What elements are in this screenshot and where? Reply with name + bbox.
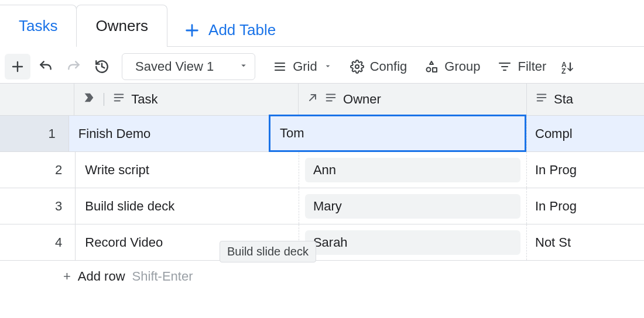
redo-button <box>61 54 87 80</box>
undo-button[interactable] <box>33 54 59 80</box>
cell-task[interactable]: Write script <box>76 152 299 188</box>
text-column-icon <box>324 91 337 108</box>
svg-point-9 <box>355 65 359 68</box>
row-number: 3 <box>0 188 76 224</box>
cell-task[interactable]: Record Video <box>76 224 299 260</box>
column-owner-label: Owner <box>343 92 381 107</box>
column-task-label: Task <box>131 92 157 107</box>
owner-pill: Sarah <box>305 230 520 255</box>
column-header-status[interactable]: Sta <box>527 84 644 115</box>
column-status-label: Sta <box>554 92 573 107</box>
tab-tasks[interactable]: Tasks <box>0 5 77 47</box>
sort-button[interactable]: AZ <box>560 60 574 74</box>
group-label: Group <box>444 59 480 74</box>
key-column-icon <box>83 91 95 108</box>
history-button[interactable] <box>89 54 115 80</box>
cell-status[interactable]: In Prog <box>527 188 644 224</box>
cell-owner[interactable]: Sarah <box>299 224 527 260</box>
filter-label: Filter <box>518 59 546 74</box>
add-table-button[interactable]: Add Table <box>184 21 276 39</box>
svg-rect-12 <box>433 68 437 72</box>
saved-view-dropdown[interactable]: Saved View 1 <box>122 53 255 80</box>
svg-point-11 <box>427 68 431 72</box>
row-number: 1 <box>0 116 69 151</box>
table-row[interactable]: 3 Build slide deck Mary In Prog <box>0 188 644 224</box>
svg-text:Z: Z <box>561 67 566 74</box>
svg-marker-10 <box>430 61 433 64</box>
gear-icon <box>350 60 364 74</box>
chevron-down-icon <box>323 59 333 74</box>
table-row[interactable]: 2 Write script Ann In Prog <box>0 152 644 188</box>
list-icon <box>273 60 287 74</box>
tab-owners[interactable]: Owners <box>76 5 167 47</box>
cell-owner[interactable]: Tom <box>269 116 527 151</box>
row-number: 4 <box>0 224 76 260</box>
row-number-header <box>0 84 74 115</box>
add-table-label: Add Table <box>208 21 276 39</box>
cell-owner[interactable]: Mary <box>299 188 527 224</box>
cell-task[interactable]: Finish Demo <box>69 116 269 151</box>
divider <box>104 93 104 106</box>
config-label: Config <box>370 59 407 74</box>
chevron-down-icon <box>238 59 249 74</box>
lookup-icon <box>307 92 318 107</box>
add-record-button[interactable] <box>5 54 30 80</box>
cell-owner[interactable]: Ann <box>299 152 527 188</box>
svg-line-21 <box>310 95 316 101</box>
filter-button[interactable]: Filter <box>498 59 546 74</box>
grid-label: Grid <box>293 59 317 74</box>
cell-status[interactable]: Compl <box>527 116 644 151</box>
cell-owner-value: Tom <box>280 126 304 141</box>
plus-icon: + <box>63 269 71 284</box>
plus-icon <box>184 22 200 39</box>
group-icon <box>424 60 439 74</box>
filter-icon <box>498 60 512 74</box>
table-row[interactable]: 1 Finish Demo Tom Compl <box>0 116 644 152</box>
add-row-label: Add row <box>78 269 125 284</box>
saved-view-label: Saved View 1 <box>135 59 214 74</box>
cell-status[interactable]: In Prog <box>527 152 644 188</box>
config-button[interactable]: Config <box>350 59 407 74</box>
selected-cell-frame: Tom <box>269 115 526 152</box>
grid-view-button[interactable]: Grid <box>273 59 333 74</box>
add-row-button[interactable]: + Add row Shift-Enter <box>0 261 644 292</box>
group-button[interactable]: Group <box>424 59 480 74</box>
owner-pill: Ann <box>305 158 520 182</box>
column-header-owner[interactable]: Owner <box>299 84 527 115</box>
table-row[interactable]: 4 Record Video Sarah Not St <box>0 224 644 261</box>
text-column-icon <box>112 91 125 108</box>
row-number: 2 <box>0 152 76 188</box>
text-column-icon <box>535 91 548 108</box>
owner-pill: Mary <box>305 194 520 219</box>
cell-status[interactable]: Not St <box>527 224 644 260</box>
column-header-task[interactable]: Task <box>74 84 299 115</box>
sort-icon: AZ <box>560 60 574 74</box>
svg-line-5 <box>102 67 104 68</box>
add-row-hint: Shift-Enter <box>132 269 193 284</box>
cell-task[interactable]: Build slide deck <box>76 188 299 224</box>
